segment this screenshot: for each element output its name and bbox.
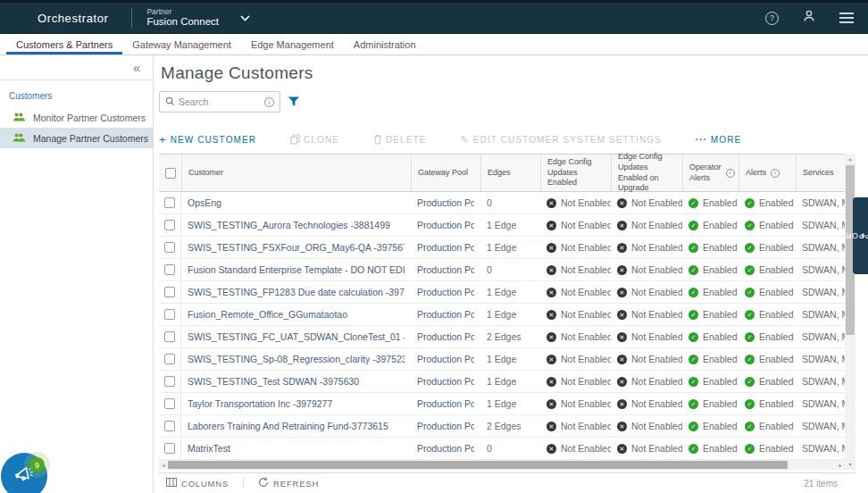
customer-link[interactable]: MatrixTest — [188, 443, 230, 454]
gateway-pool-link[interactable]: Production Pool — [417, 398, 474, 409]
tab-administration[interactable]: Administration — [344, 34, 426, 54]
refresh-button[interactable]: REFRESH — [258, 477, 319, 489]
row-checkbox[interactable] — [164, 220, 175, 230]
scroll-left-arrow[interactable]: ◂ — [159, 462, 168, 468]
select-all-checkbox[interactable] — [165, 168, 176, 179]
search-info-icon[interactable]: i — [264, 97, 274, 107]
edges-cell: 1 Edge — [480, 371, 540, 392]
customer-link[interactable]: Laborers Training And Retraining Fund-37… — [188, 421, 388, 431]
scroll-right-arrow[interactable]: ▸ — [836, 462, 845, 468]
customer-link[interactable]: SWIS_TESTING_FC_UAT_SDWAN_CloneTest_01 -… — [188, 331, 405, 342]
customer-link[interactable]: SWIS_TESTING_Test SDWAN -3975630 — [188, 376, 359, 387]
customer-link[interactable]: Fusion Standard Enterprise Template - DO… — [188, 264, 405, 275]
table-row[interactable]: SWIS_TESTING_Test SDWAN -3975630 Product… — [159, 371, 845, 393]
not-enabled-icon: ✕ — [547, 221, 556, 230]
gateway-pool-link[interactable]: Production Pool — [417, 421, 474, 431]
services-cell: SDWAN, M — [796, 371, 845, 392]
column-header-services: Services — [796, 155, 845, 191]
customer-link[interactable]: SWIS_TESTING_FP1283 Due date calculation… — [188, 287, 405, 297]
row-checkbox[interactable] — [164, 331, 175, 342]
tab-gateway-management[interactable]: Gateway Management — [122, 34, 241, 54]
table-row[interactable]: Fusion_Remote_Office_GGumataotao Product… — [159, 304, 845, 326]
info-icon[interactable]: i — [726, 169, 735, 178]
scroll-down-arrow[interactable]: ▾ — [845, 459, 855, 470]
help-icon[interactable]: ? — [765, 12, 779, 25]
tab-customers-partners[interactable]: Customers & Partners — [6, 34, 122, 54]
table-row[interactable]: MatrixTest Production Pool 0 ✕Not Enable… — [159, 438, 845, 460]
customer-link[interactable]: SWIS_TESTING_Aurora Technologies -388149… — [188, 220, 390, 230]
edges-cell: 0 — [480, 438, 540, 459]
more-button[interactable]: ··· MORE — [696, 135, 741, 145]
orchestrator-app: Orchestrator Partner Fusion Connect ? Cu… — [0, 0, 868, 493]
info-icon[interactable]: i — [771, 169, 780, 178]
partner-context-switcher[interactable]: Partner Fusion Connect — [146, 8, 219, 29]
edge-config-upgrade-cell: ✕Not Enabled — [611, 214, 682, 236]
gateway-pool-link[interactable]: Production Pool — [417, 264, 474, 275]
gateway-pool-link[interactable]: Production Pool — [417, 354, 474, 364]
new-customer-button[interactable]: + NEW CUSTOMER — [159, 133, 256, 146]
operator-alerts-cell: ✓Enabled — [682, 393, 739, 414]
filter-icon[interactable] — [288, 96, 299, 107]
horizontal-scroll-thumb[interactable] — [168, 461, 788, 469]
edit-customer-system-settings-button[interactable]: ✎ EDIT CUSTOMER SYSTEM SETTINGS — [461, 134, 662, 146]
collapse-sidebar-icon[interactable]: « — [133, 61, 140, 75]
sidebar-item-monitor-partner-customers[interactable]: Monitor Partner Customers — [0, 107, 153, 128]
table-row[interactable]: SWIS_TESTING_FSXFour_ORG_May6-QA -397567… — [159, 237, 845, 259]
gateway-pool-link[interactable]: Production Pool — [417, 376, 474, 387]
not-enabled-icon: ✕ — [547, 265, 556, 275]
edges-cell: 1 Edge — [480, 237, 540, 258]
not-enabled-icon: ✕ — [617, 444, 627, 454]
gateway-pool-link[interactable]: Production Pool — [417, 242, 474, 253]
row-checkbox[interactable] — [164, 376, 175, 387]
table-row[interactable]: SWIS_TESTING_Aurora Technologies -388149… — [159, 214, 845, 237]
scroll-up-arrow[interactable]: ▴ — [845, 154, 855, 164]
gateway-pool-link[interactable]: Production Pool — [417, 287, 474, 297]
edge-config-upgrade-cell: ✕Not Enabled — [611, 237, 682, 258]
enabled-icon: ✓ — [689, 265, 698, 275]
sidebar-item-manage-partner-customers[interactable]: Manage Partner Customers — [0, 128, 153, 148]
row-checkbox[interactable] — [164, 197, 175, 208]
table-row[interactable]: SWIS_TESTING_FC_UAT_SDWAN_CloneTest_01 -… — [159, 326, 845, 348]
row-checkbox[interactable] — [164, 287, 175, 297]
user-icon[interactable] — [802, 9, 816, 27]
delete-button[interactable]: DELETE — [373, 134, 427, 146]
customer-link[interactable]: SWIS_TESTING_Sp-08_Regression_clarity -3… — [188, 354, 405, 364]
customer-link[interactable]: OpsEng — [188, 197, 221, 208]
table-row[interactable]: SWIS_TESTING_FP1283 Due date calculation… — [159, 281, 845, 304]
enabled-icon: ✓ — [689, 243, 698, 253]
table-row[interactable]: Taylor Transportation Inc -3979277 Produ… — [159, 393, 845, 415]
customer-link[interactable]: SWIS_TESTING_FSXFour_ORG_May6-QA -397567… — [188, 242, 405, 253]
row-checkbox[interactable] — [164, 398, 175, 409]
support-tab[interactable]: « SUPPORT — [853, 197, 868, 274]
table-row[interactable]: Laborers Training And Retraining Fund-37… — [159, 415, 845, 438]
tab-edge-management[interactable]: Edge Management — [241, 34, 344, 54]
row-checkbox[interactable] — [164, 309, 175, 320]
row-checkbox[interactable] — [164, 354, 175, 364]
row-checkbox[interactable] — [164, 443, 175, 454]
table-row[interactable]: SWIS_TESTING_Sp-08_Regression_clarity -3… — [159, 348, 845, 371]
customer-link[interactable]: Taylor Transportation Inc -3979277 — [188, 398, 332, 409]
clone-button[interactable]: CLONE — [290, 134, 339, 146]
not-enabled-icon: ✕ — [617, 310, 627, 320]
edge-config-upgrade-cell: ✕Not Enabled — [611, 393, 682, 414]
customer-link[interactable]: Fusion_Remote_Office_GGumataotao — [188, 309, 347, 320]
chevron-down-icon[interactable] — [240, 15, 250, 21]
search-input[interactable] — [179, 96, 264, 107]
operator-alerts-cell: ✓Enabled — [682, 304, 739, 325]
pencil-icon: ✎ — [461, 134, 470, 146]
column-header-edge-config-upgrade: Edge Config Updates Enabled on Upgrade — [611, 155, 682, 191]
gateway-pool-link[interactable]: Production Pool — [417, 331, 474, 342]
table-row[interactable]: OpsEng Production Pool 0 ✕Not Enabled ✕N… — [159, 192, 845, 214]
gateway-pool-link[interactable]: Production Pool — [417, 220, 474, 230]
row-checkbox[interactable] — [164, 421, 175, 431]
row-checkbox[interactable] — [164, 242, 175, 253]
menu-icon[interactable] — [839, 13, 854, 23]
gateway-pool-link[interactable]: Production Pool — [417, 443, 474, 454]
table-row[interactable]: Fusion Standard Enterprise Template - DO… — [159, 259, 845, 281]
gateway-pool-link[interactable]: Production Pool — [417, 309, 474, 320]
gateway-pool-link[interactable]: Production Pool — [417, 197, 474, 208]
operator-alerts-cell: ✓Enabled — [682, 348, 739, 370]
row-checkbox[interactable] — [164, 264, 175, 275]
columns-button[interactable]: COLUMNS — [166, 478, 229, 489]
horizontal-scrollbar[interactable]: ◂ ▸ — [159, 460, 845, 470]
